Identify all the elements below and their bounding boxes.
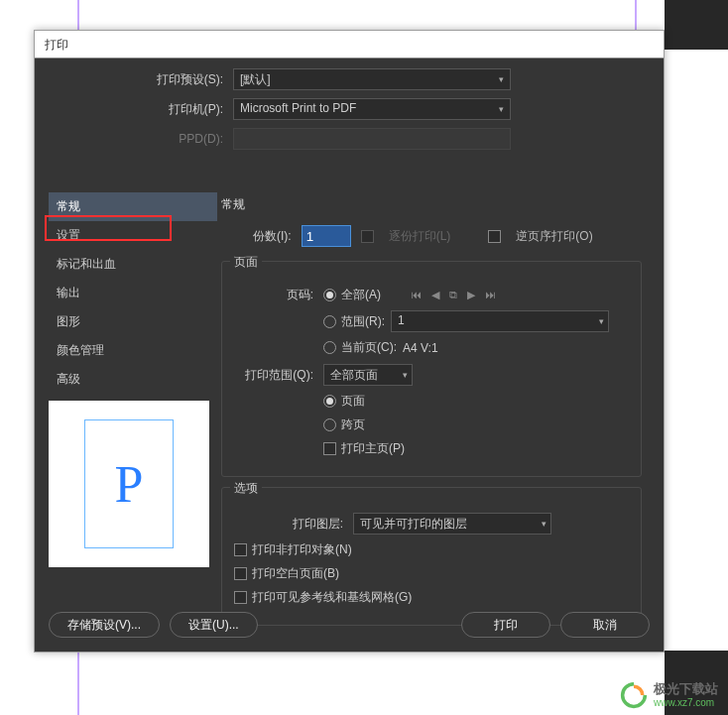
copies-label: 份数(I):: [253, 228, 292, 245]
pages-group: 页面 页码: 全部(A) ⏮ ◀ ⧉ ▶ ⏭ 范围(R): [221, 261, 642, 477]
options-group-title: 选项: [230, 480, 262, 497]
chevron-down-icon: ▾: [542, 519, 546, 529]
cancel-button[interactable]: 取消: [560, 612, 650, 638]
pagenumber-label: 页码:: [234, 287, 323, 303]
spread-icon[interactable]: ⧉: [449, 289, 457, 301]
sidebar-item-general[interactable]: 常规: [49, 192, 217, 221]
sidebar-item-graphics[interactable]: 图形: [49, 307, 217, 336]
sidebar-item-output[interactable]: 输出: [49, 279, 217, 307]
pages-group-title: 页面: [230, 254, 262, 271]
all-label: 全部(A): [341, 287, 381, 303]
range-input[interactable]: 1▾: [391, 310, 609, 332]
ppd-select: [233, 128, 511, 150]
collate-label: 逐份打印(L): [389, 228, 451, 245]
dialog-title: 打印: [35, 31, 664, 59]
scope-select[interactable]: 全部页面▾: [323, 364, 413, 386]
current-radio[interactable]: [323, 341, 336, 354]
reverse-checkbox[interactable]: [488, 230, 501, 243]
watermark: 极光下载站 www.xz7.com: [620, 681, 718, 709]
spread-radio[interactable]: [323, 418, 336, 431]
app-panel: [665, 0, 728, 50]
save-preset-button[interactable]: 存储预设(V)...: [49, 612, 160, 638]
master-checkbox[interactable]: [323, 442, 336, 455]
range-label: 范围(R):: [341, 313, 385, 330]
nonprinting-checkbox[interactable]: [234, 543, 247, 556]
prev-page-icon[interactable]: ◀: [431, 289, 439, 301]
range-radio[interactable]: [323, 315, 336, 328]
sidebar-item-colormgmt[interactable]: 颜色管理: [49, 336, 217, 365]
chevron-down-icon: ▾: [499, 104, 504, 114]
collate-checkbox: [361, 230, 374, 243]
blank-label: 打印空白页面(B): [252, 565, 339, 582]
printer-select[interactable]: Microsoft Print to PDF▾: [233, 98, 511, 120]
guides-checkbox[interactable]: [234, 591, 247, 604]
layers-select[interactable]: 可见并可打印的图层▾: [353, 513, 551, 535]
printer-label: 打印机(P):: [55, 101, 233, 118]
watermark-text: 极光下载站: [654, 682, 718, 696]
preset-label: 打印预设(S):: [55, 71, 233, 88]
watermark-logo-icon: [620, 681, 648, 709]
options-group: 选项 打印图层: 可见并可打印的图层▾ 打印非打印对象(N) 打印空白页面(B)…: [221, 487, 642, 626]
print-button[interactable]: 打印: [461, 612, 550, 638]
all-radio[interactable]: [323, 289, 336, 301]
current-info: A4 V:1: [403, 341, 438, 355]
last-page-icon[interactable]: ⏭: [485, 289, 496, 301]
next-page-icon[interactable]: ▶: [467, 289, 475, 301]
scope-label: 打印范围(Q):: [234, 367, 323, 384]
preset-select[interactable]: [默认]▾: [233, 68, 511, 90]
preview-glyph: P: [115, 455, 144, 514]
copies-input[interactable]: [302, 225, 351, 247]
guides-label: 打印可见参考线和基线网格(G): [252, 589, 412, 606]
reverse-label: 逆页序打印(O): [516, 228, 592, 245]
master-label: 打印主页(P): [341, 440, 405, 457]
current-label: 当前页(C):: [341, 339, 397, 356]
nonprinting-label: 打印非打印对象(N): [252, 541, 352, 558]
sidebar-item-setup[interactable]: 设置: [49, 221, 217, 250]
page-radio[interactable]: [323, 395, 336, 408]
print-dialog: 打印 打印预设(S): [默认]▾ 打印机(P): Microsoft Prin…: [34, 30, 665, 653]
chevron-down-icon: ▾: [403, 370, 408, 380]
sidebar-item-marks[interactable]: 标记和出血: [49, 250, 217, 279]
chevron-down-icon: ▾: [499, 74, 504, 84]
preview-page: P: [84, 419, 174, 548]
page-opt-label: 页面: [341, 393, 365, 410]
margin-guide: [77, 651, 79, 715]
page-preview: P: [49, 401, 209, 567]
watermark-url: www.xz7.com: [654, 697, 718, 708]
ppd-label: PPD(D):: [55, 132, 233, 146]
setup-button[interactable]: 设置(U)...: [170, 612, 258, 638]
chevron-down-icon: ▾: [599, 316, 604, 326]
first-page-icon[interactable]: ⏮: [411, 289, 422, 301]
blank-checkbox[interactable]: [234, 567, 247, 580]
layers-label: 打印图层:: [234, 516, 353, 533]
spread-opt-label: 跨页: [341, 417, 365, 433]
panel-heading: 常规: [221, 196, 650, 213]
category-sidebar: 常规 设置 标记和出血 输出 图形 颜色管理 高级 小结: [49, 192, 217, 422]
sidebar-item-advanced[interactable]: 高级: [49, 365, 217, 394]
